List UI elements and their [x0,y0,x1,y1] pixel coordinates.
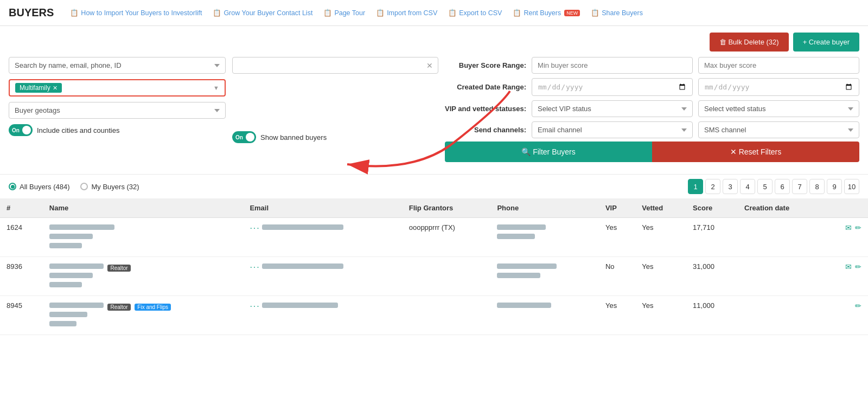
created-date-from[interactable] [532,78,693,96]
bulk-delete-button[interactable]: 🗑 Bulk Delete (32) [710,33,789,52]
email-blur [262,263,343,269]
name-blur-1 [49,224,114,230]
search-input-2[interactable] [232,57,438,74]
row-creation-date [738,218,824,257]
row-flip-grantors: oooppprrr (TX) [403,218,491,257]
reset-filters-button[interactable]: ✕ Reset Filters [652,142,859,162]
page-7-button[interactable]: 7 [792,179,807,194]
name-blur-2 [49,234,93,239]
my-buyers-radio-dot [80,183,88,190]
tag-close-icon[interactable]: ✕ [53,85,58,92]
phone-blur-1 [497,263,557,269]
page-1-button[interactable]: 1 [688,179,703,194]
dropdown-chevron-icon: ▼ [213,85,219,91]
nav-share-buyers[interactable]: 📋 Share Buyers [591,9,643,17]
toggle-cities-item[interactable]: On Include cities and counties [9,124,119,136]
email-icon[interactable]: ✉ [845,262,852,271]
page-6-button[interactable]: 6 [775,179,790,194]
filter-section: 🗑 Bulk Delete (32) + Create buyer Search… [0,26,868,174]
email-icon[interactable]: ✉ [845,223,852,232]
page-2-button[interactable]: 2 [705,179,720,194]
nav-how-to-import[interactable]: 📋 How to Import Your Buyers to Investorl… [70,9,202,17]
page-10-button[interactable]: 10 [844,179,859,194]
share-icon: 📋 [591,9,599,17]
buyer-score-label: Buyer Score Range: [445,61,526,69]
action-icons: ✉ ✏ [831,223,862,232]
row-score: 31,000 [686,257,738,296]
col-vip: VIP [599,198,635,218]
nav-grow-contact[interactable]: 📋 Grow Your Buyer Contact List [213,9,312,17]
edit-icon[interactable]: ✏ [855,262,861,271]
name-blur-1 [49,263,104,269]
name-blur-3 [49,243,82,248]
row-name: Realtor [43,257,244,296]
filter-left-col: Search by name, email, phone, ID Multifa… [9,57,226,136]
email-dots-button[interactable]: ··· [250,223,260,233]
all-buyers-radio[interactable]: All Buyers (484) [9,183,69,191]
search-filter-1[interactable]: Search by name, email, phone, ID [9,57,226,74]
banned-toggle-label: Show banned buyers [260,133,327,142]
nav-rent-buyers[interactable]: 📋 Rent Buyers NEW [513,9,580,17]
row-phone [490,257,599,296]
page-3-button[interactable]: 3 [723,179,738,194]
page-title: BUYERS [9,7,54,19]
all-buyers-radio-dot [9,183,16,190]
filter-middle-col: ✕ On Show banned buyers [232,57,438,143]
vetted-status-select[interactable]: Select vetted status [698,100,859,117]
row-vip: No [599,257,635,296]
export-icon: 📋 [448,9,457,17]
nav-export-csv[interactable]: 📋 Export to CSV [448,9,502,17]
my-buyers-label: My Buyers (32) [91,183,139,191]
min-buyer-score-input[interactable] [532,57,693,74]
row-flip-grantors [403,296,491,335]
row-creation-date [738,296,824,335]
vip-status-select[interactable]: Select VIP status [532,100,693,117]
name-blur-3 [49,321,76,326]
banned-toggle[interactable]: On [232,131,256,143]
created-date-to[interactable] [698,78,859,96]
email-blur [262,303,338,308]
edit-icon[interactable]: ✏ [855,223,861,232]
my-buyers-radio[interactable]: My Buyers (32) [80,183,139,191]
name-blur-2 [49,312,87,317]
sms-channel-select[interactable]: SMS channel [698,121,859,138]
buyer-tags-input[interactable]: Multifamily ✕ ▼ [9,79,226,97]
phone-blur-1 [497,303,551,308]
create-buyer-button[interactable]: + Create buyer [793,33,859,52]
toggle-row: On Include cities and counties [9,124,226,136]
clear-search-icon[interactable]: ✕ [426,61,433,70]
row-name [43,218,244,257]
multifamily-tag[interactable]: Multifamily ✕ [15,83,62,93]
row-id: 8936 [0,257,43,296]
page-4-button[interactable]: 4 [740,179,755,194]
name-blur-1 [49,303,104,308]
row-id: 8945 [0,296,43,335]
page-8-button[interactable]: 8 [809,179,825,194]
email-channel-select[interactable]: Email channel [532,121,693,138]
all-buyers-label: All Buyers (484) [20,183,69,191]
max-buyer-score-input[interactable] [698,57,859,74]
nav-page-tour[interactable]: 📋 Page Tour [323,9,365,17]
table-body: 1624 ··· oooppprrr (TX) Yes Yes [0,218,868,335]
buyer-geotags-select[interactable]: Buyer geotags [9,102,226,119]
page-5-button[interactable]: 5 [757,179,773,194]
filter-buyers-button[interactable]: 🔍 Filter Buyers [445,142,652,162]
filter-buttons: 🔍 Filter Buyers ✕ Reset Filters [445,142,859,162]
cities-toggle[interactable]: On [9,124,33,136]
book-icon: 📋 [70,9,79,17]
email-dots-button[interactable]: ··· [250,262,260,272]
right-filter-grid: Buyer Score Range: Created Date Range: V… [445,57,859,138]
toggle-banned-item[interactable]: On Show banned buyers [232,131,438,143]
rent-icon: 📋 [513,9,521,17]
edit-icon[interactable]: ✏ [855,301,861,310]
email-dots-button[interactable]: ··· [250,301,260,311]
nav-import-csv[interactable]: 📋 Import from CSV [376,9,437,17]
name-blur-2 [49,273,93,278]
col-actions [825,198,869,218]
col-id: # [0,198,43,218]
row-creation-date [738,257,824,296]
row-name: Realtor Fix and Flips [43,296,244,335]
top-bar: BUYERS 📋 How to Import Your Buyers to In… [0,0,868,26]
page-9-button[interactable]: 9 [827,179,842,194]
row-vip: Yes [599,296,635,335]
